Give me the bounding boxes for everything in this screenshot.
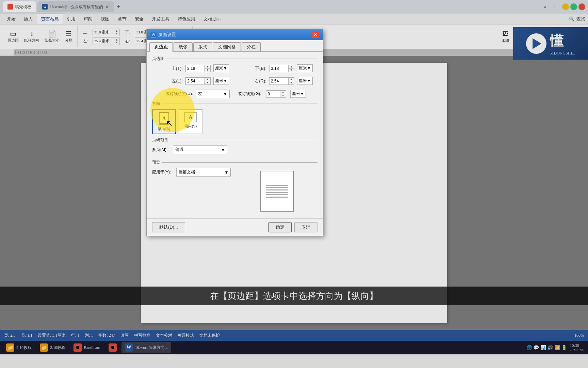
right-margin-input[interactable]: ▲ ▼: [269, 77, 294, 85]
gutter-width-label: 装订线宽(G):: [238, 91, 261, 97]
top-margin-field[interactable]: [186, 65, 205, 72]
gutter-pos-chevron: ▼: [223, 92, 227, 96]
margin-section-header: 页边距: [152, 56, 317, 62]
right-margin-up[interactable]: ▲: [289, 78, 294, 81]
preview-line-6: [266, 197, 288, 198]
default-button[interactable]: 默认(D)...: [152, 222, 185, 232]
right-margin-down[interactable]: ▼: [289, 81, 294, 85]
gutter-pos-label: 装订线位置(U):: [152, 91, 193, 97]
dialog-title-bar: W 页面设置 ✕: [147, 29, 323, 40]
top-margin-label: 上(T):: [152, 65, 183, 72]
gutter-width-input[interactable]: ▲ ▼: [266, 90, 286, 98]
left-margin-row: 左(L): ▲ ▼ 厘米▼: [152, 77, 234, 85]
dlg-tab-grid[interactable]: 文档网格: [213, 42, 241, 51]
bottom-margin-spinner[interactable]: ▲ ▼: [288, 65, 294, 72]
dialog-close-button[interactable]: ✕: [312, 31, 319, 38]
right-margin-spinner[interactable]: ▲ ▼: [288, 78, 294, 85]
dialog-title-icon: W: [151, 32, 156, 37]
multiple-pages-row: 多页(M): 普通 ▼: [152, 145, 317, 154]
multiple-pages-select[interactable]: 普通 ▼: [173, 145, 227, 154]
gutter-pos-select[interactable]: 左 ▼: [196, 90, 230, 98]
top-margin-up[interactable]: ▲: [205, 65, 210, 68]
preview-section-header: 预览: [152, 159, 317, 165]
apply-to-select[interactable]: 整篇文档 ▼: [176, 168, 231, 177]
orientation-buttons: A 纵向(A) A 横向(S): [152, 109, 317, 134]
landscape-button[interactable]: A 横向(S): [179, 109, 202, 134]
top-margin-spinner[interactable]: ▲ ▼: [205, 65, 210, 72]
preview-line-5: [266, 194, 288, 195]
right-margin-unit[interactable]: 厘米▼: [297, 77, 313, 85]
preview-line-2: [266, 187, 288, 188]
section-divider: [166, 59, 317, 59]
ok-button[interactable]: 确定: [268, 222, 292, 232]
bottom-margin-field[interactable]: [270, 65, 288, 72]
preview-area: 应用于(Y): 整篇文档 ▼: [152, 168, 317, 214]
bottom-margin-input[interactable]: ▲ ▼: [269, 65, 294, 72]
dlg-tab-paper[interactable]: 纸张: [174, 42, 193, 51]
bottom-margin-down[interactable]: ▼: [289, 68, 294, 72]
apply-to-section: 应用于(Y): 整篇文档 ▼: [152, 168, 231, 179]
left-margin-spinner[interactable]: ▲ ▼: [205, 78, 210, 85]
dialog-title-left: W 页面设置: [151, 32, 176, 38]
bottom-margin-up[interactable]: ▲: [289, 65, 294, 68]
dialog-tabs: 页边距 纸张 版式 文档网格 分栏: [147, 40, 323, 52]
portrait-underline: [160, 123, 168, 124]
cancel-button[interactable]: 取消: [294, 222, 317, 232]
page-range-section-header: 页码范围: [152, 137, 317, 143]
multiple-pages-label: 多页(M):: [152, 147, 167, 153]
gutter-width-unit[interactable]: 厘米▼: [290, 90, 306, 98]
bottom-margin-row: 下(B): ▲ ▼ 厘米▼: [236, 64, 317, 72]
preview-line-4: [266, 192, 288, 193]
page-range-divider: [170, 140, 317, 140]
top-margin-down[interactable]: ▼: [205, 68, 210, 72]
apply-to-label: 应用于(Y):: [152, 169, 171, 175]
gutter-width-field[interactable]: [266, 91, 280, 97]
gutter-width-down[interactable]: ▼: [280, 94, 286, 97]
orientation-divider: [162, 104, 317, 104]
dialog-action-buttons: 确定 取消: [268, 222, 317, 232]
left-margin-input[interactable]: ▲ ▼: [185, 77, 211, 85]
left-margin-field[interactable]: [186, 78, 205, 85]
left-margin-label: 左(L):: [152, 78, 183, 84]
preview-line-3: [266, 189, 288, 190]
bottom-margin-label: 下(B):: [236, 65, 266, 72]
dialog-title-text: 页面设置: [158, 32, 176, 38]
right-margin-row: 右(R): ▲ ▼ 厘米▼: [236, 77, 317, 85]
preview-box: [260, 171, 294, 212]
portrait-a-letter: A: [162, 116, 166, 121]
top-margin-row: 上(T): ▲ ▼ 厘米▼: [152, 64, 234, 72]
right-margin-field[interactable]: [270, 78, 288, 85]
preview-divider: [162, 162, 317, 163]
apply-to-chevron: ▼: [224, 170, 228, 175]
gutter-pos-row: 装订线位置(U): 左 ▼ 装订线宽(G): ▲ ▼ 厘米▼: [152, 90, 317, 98]
dialog-footer: 默认(D)... 确定 取消: [147, 218, 323, 236]
left-margin-unit[interactable]: 厘米▼: [213, 77, 229, 85]
top-margin-input[interactable]: ▲ ▼: [185, 65, 211, 72]
portrait-label: 纵向(A): [158, 126, 170, 132]
dialog-body: 页边距 上(T): ▲ ▼ 厘米▼ 下(B):: [147, 52, 323, 218]
top-margin-unit[interactable]: 厘米▼: [213, 64, 229, 72]
gutter-width-spinner[interactable]: ▲ ▼: [280, 91, 286, 97]
gutter-width-up[interactable]: ▲: [280, 91, 286, 94]
orientation-section-header: 方向: [152, 101, 317, 107]
landscape-label: 横向(S): [184, 124, 197, 129]
dlg-tab-layout[interactable]: 版式: [193, 42, 212, 51]
left-margin-down[interactable]: ▼: [205, 81, 210, 85]
dlg-tab-columns[interactable]: 分栏: [242, 42, 261, 51]
dlg-tab-margins[interactable]: 页边距: [149, 42, 173, 52]
portrait-button[interactable]: A 纵向(A): [152, 109, 176, 134]
right-margin-label: 右(R):: [236, 78, 266, 84]
landscape-icon: A: [184, 112, 197, 122]
multiple-pages-chevron: ▼: [221, 148, 225, 152]
bottom-margin-unit[interactable]: 厘米▼: [297, 64, 313, 72]
left-margin-up[interactable]: ▲: [205, 78, 210, 81]
page-setup-dialog: W 页面设置 ✕ 页边距 纸张 版式 文档网格 分栏 页边距 上(T): ▲ ▼: [146, 29, 323, 236]
portrait-icon: A: [159, 112, 169, 125]
preview-line-1: [266, 185, 288, 186]
landscape-a-letter: A: [189, 114, 192, 120]
apply-to-row: 应用于(Y): 整篇文档 ▼: [152, 168, 231, 177]
